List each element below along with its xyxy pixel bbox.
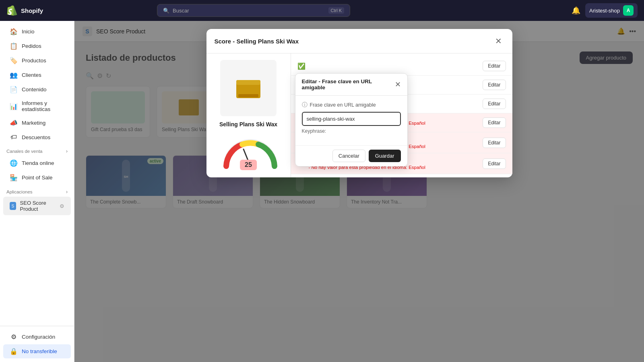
orders-icon: 📋 xyxy=(10,42,18,50)
score-modal: Score - Selling Plans Ski Wax ✕ xyxy=(206,29,512,177)
sidebar-label-pos: Point of Sale xyxy=(22,175,53,181)
search-icon: 🔍 xyxy=(163,8,169,14)
modal-overlay: Score - Selling Plans Ski Wax ✕ xyxy=(74,21,644,362)
sidebar-label-marketing: Marketing xyxy=(22,120,45,126)
sidebar-label-seo: SEO Score Product xyxy=(20,200,56,212)
keyphrase-label: Keyphrase: xyxy=(302,128,401,134)
sidebar-item-seo-score[interactable]: S SEO Score Product ⚙ xyxy=(3,197,71,215)
content-icon: 📄 xyxy=(10,86,18,93)
save-button[interactable]: Guardar xyxy=(369,150,401,162)
discounts-icon: 🏷 xyxy=(10,134,18,141)
criteria-row-0: ✅ Editar xyxy=(291,57,512,76)
sidebar-item-inicio[interactable]: 🏠 Inicio xyxy=(3,25,71,39)
field-label-row: ⓘ Frase clave en URL amigable xyxy=(302,101,401,109)
sidebar-label-inicio: Inicio xyxy=(22,29,35,35)
sidebar-item-point-of-sale[interactable]: 🏪 Point of Sale xyxy=(3,171,71,185)
sidebar-label-pedidos: Pedidos xyxy=(22,43,41,49)
score-modal-close[interactable]: ✕ xyxy=(493,35,504,47)
sidebar-item-no-transferible[interactable]: 🔒 No transferible xyxy=(3,344,71,358)
seo-settings-icon[interactable]: ⚙ xyxy=(60,203,64,209)
sidebar-label-descuentos: Descuentos xyxy=(22,134,50,140)
gauge-score-value: 25 xyxy=(240,160,257,170)
score-modal-header: Score - Selling Plans Ski Wax ✕ xyxy=(206,29,512,53)
product-image-svg xyxy=(230,74,266,102)
inner-dialog: Editar - Frase clave en URL amigable ✕ ⓘ… xyxy=(295,73,408,167)
shopify-logo: Shopify xyxy=(6,5,43,16)
criteria-ok-icon-0: ✅ xyxy=(297,62,305,70)
score-modal-title: Score - Selling Plans Ski Wax xyxy=(215,38,299,45)
topbar-actions: 🔔 Aristest-shop A xyxy=(572,3,638,18)
search-area: 🔍 Buscar Ctrl K xyxy=(157,4,350,17)
sidebar-item-descuentos[interactable]: 🏷 Descuentos xyxy=(3,130,71,144)
settings-icon: ⚙ xyxy=(10,333,18,341)
marketing-icon: 📣 xyxy=(10,119,18,127)
username: Aristest-shop xyxy=(589,8,620,14)
field-info-icon: ⓘ xyxy=(302,101,308,109)
notification-bell[interactable]: 🔔 xyxy=(572,6,580,15)
sidebar-item-configuracion[interactable]: ⚙ Configuración xyxy=(3,330,71,344)
aplicaciones-section: Aplicaciones › xyxy=(0,185,74,196)
page-content: S SEO Score Product 🔔 ••• Listado de pro… xyxy=(74,21,644,362)
search-shortcut: Ctrl K xyxy=(328,7,345,14)
products-icon: 🏷️ xyxy=(10,57,18,64)
transfer-icon: 🔒 xyxy=(10,348,18,355)
seo-app-icon: S xyxy=(10,202,16,210)
product-image-box xyxy=(220,60,277,116)
reports-icon: 📊 xyxy=(10,103,18,110)
sidebar-item-informes[interactable]: 📊 Informes y estadísticas xyxy=(3,97,71,115)
edit-button-2[interactable]: Editar xyxy=(483,99,506,109)
pos-icon: 🏪 xyxy=(10,174,18,181)
sidebar-label-contenido: Contenido xyxy=(22,86,47,93)
score-left-panel: Selling Plans Ski Wax xyxy=(206,53,291,177)
sidebar-item-tienda-online[interactable]: 🌐 Tienda online xyxy=(3,156,71,170)
inner-dialog-body: ⓘ Frase clave en URL amigable Keyphrase: xyxy=(295,96,407,145)
inner-dialog-title: Editar - Frase clave en URL amigable xyxy=(302,78,395,90)
home-icon: 🏠 xyxy=(10,28,18,35)
cancel-button[interactable]: Cancelar xyxy=(332,150,365,162)
chevron-right-icon: › xyxy=(66,148,68,154)
edit-button-meta[interactable]: Editar xyxy=(483,138,506,148)
avatar: A xyxy=(623,5,634,16)
sidebar-item-clientes[interactable]: 👥 Clientes xyxy=(3,68,71,82)
field-label: Frase clave en URL amigable xyxy=(310,102,376,108)
sidebar-item-marketing[interactable]: 📣 Marketing xyxy=(3,116,71,130)
sidebar-label-transfer: No transferible xyxy=(22,348,57,354)
sidebar-label-configuracion: Configuración xyxy=(22,334,55,340)
canales-section: Canales de venta › xyxy=(0,144,74,156)
sidebar-label-informes: Informes y estadísticas xyxy=(22,100,64,112)
svg-rect-2 xyxy=(238,94,258,97)
online-store-icon: 🌐 xyxy=(10,159,18,167)
sidebar-item-pedidos[interactable]: 📋 Pedidos xyxy=(3,39,71,53)
url-keyphrase-input[interactable] xyxy=(302,112,401,126)
user-menu[interactable]: Aristest-shop A xyxy=(585,3,638,18)
search-box[interactable]: 🔍 Buscar Ctrl K xyxy=(157,4,350,17)
sidebar: 🏠 Inicio 📋 Pedidos 🏷️ Productos 👥 Client… xyxy=(0,21,74,362)
customers-icon: 👥 xyxy=(10,71,18,79)
chevron-right-icon-apps: › xyxy=(66,189,68,195)
gauge: 25 xyxy=(220,134,277,166)
edit-button-frase-meta[interactable]: Editar xyxy=(483,158,506,169)
inner-dialog-footer: Cancelar Guardar xyxy=(295,145,407,166)
search-text: Buscar xyxy=(173,8,189,14)
sidebar-item-contenido[interactable]: 📄 Contenido xyxy=(3,82,71,97)
sidebar-label-productos: Productos xyxy=(22,58,46,64)
sidebar-label-clientes: Clientes xyxy=(22,72,41,78)
svg-rect-1 xyxy=(236,80,260,85)
topbar: Shopify 🔍 Buscar Ctrl K 🔔 Aristest-shop … xyxy=(0,0,644,21)
sidebar-label-tienda: Tienda online xyxy=(22,160,54,166)
edit-button-3[interactable]: Editar xyxy=(483,117,506,128)
shopify-name: Shopify xyxy=(21,7,43,14)
inner-dialog-header: Editar - Frase clave en URL amigable ✕ xyxy=(295,74,407,96)
edit-button-url[interactable]: Editar xyxy=(483,80,506,90)
edit-button-0[interactable]: Editar xyxy=(483,61,506,71)
score-product-name: Selling Plans Ski Wax xyxy=(219,121,277,128)
sidebar-item-productos[interactable]: 🏷️ Productos xyxy=(3,53,71,68)
inner-dialog-close[interactable]: ✕ xyxy=(395,80,401,89)
